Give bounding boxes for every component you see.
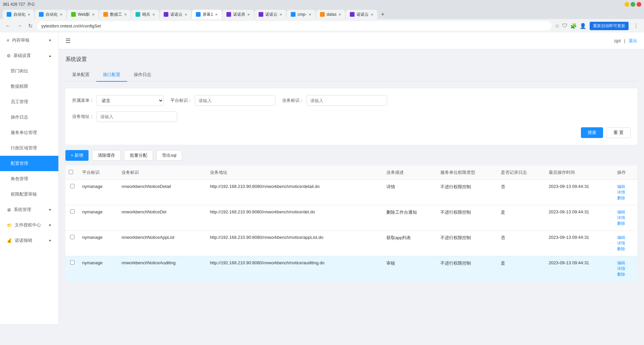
action-编辑[interactable]: 编辑: [617, 235, 625, 240]
table-row: nymanagennworkbenchNoticeAppListhttp://1…: [65, 231, 637, 256]
page-tab[interactable]: 菜单配置: [65, 68, 96, 82]
browser-tab[interactable]: Web影✕: [67, 10, 99, 19]
clear-cache-button[interactable]: 清除缓存: [92, 150, 121, 161]
sidebar-sub-item[interactable]: 角色管理: [0, 171, 58, 187]
sidebar-item[interactable]: 💰 诺诺报销 ▼: [0, 233, 58, 248]
puzzle-icon[interactable]: 🧩: [570, 23, 577, 29]
action-删除[interactable]: 删除: [617, 221, 625, 226]
tab-close-icon[interactable]: ✕: [279, 13, 282, 16]
business-input[interactable]: [307, 95, 387, 106]
new-tab-button[interactable]: +: [378, 10, 387, 19]
sidebar-sub-item[interactable]: 部门岗位: [0, 63, 58, 79]
tab-close-icon[interactable]: ✕: [92, 13, 95, 16]
account-icon[interactable]: 👤: [580, 23, 586, 29]
sidebar-item-left: ≡ 内容审核: [7, 37, 30, 43]
sidebar-item[interactable]: ⚙ 基础设置 ▲: [0, 48, 58, 63]
sidebar-sub-item[interactable]: 服务单位管理: [0, 125, 58, 140]
row-checkbox[interactable]: [70, 209, 74, 214]
action-详情[interactable]: 详情: [617, 266, 625, 271]
chevron-icon: ▲: [48, 54, 52, 58]
browser-tab[interactable]: 诺诺云✕: [346, 10, 377, 19]
star-icon[interactable]: ☆: [555, 23, 559, 29]
batch-assign-button[interactable]: 批量分配: [124, 150, 153, 161]
sidebar-icon: 💰: [7, 238, 12, 243]
tab-close-icon[interactable]: ✕: [215, 13, 218, 16]
sidebar-item[interactable]: 🖥 系统管理 ▼: [0, 202, 58, 217]
action-详情[interactable]: 详情: [617, 190, 625, 195]
tab-close-icon[interactable]: ✕: [371, 13, 373, 16]
reload-button[interactable]: ↻: [27, 21, 34, 30]
row-checkbox[interactable]: [70, 260, 74, 265]
sidebar-item-label: 系统管理: [14, 207, 31, 213]
platform-input[interactable]: [195, 95, 275, 106]
minimize-button[interactable]: [625, 2, 629, 7]
menu-toggle-icon[interactable]: ☰: [65, 37, 71, 45]
tab-close-icon[interactable]: ✕: [309, 13, 311, 16]
reset-button[interactable]: 重 置: [606, 127, 631, 138]
add-button[interactable]: + 新增: [65, 150, 89, 161]
sidebar-sub-item[interactable]: 员工管理: [0, 94, 58, 110]
address-input[interactable]: [97, 111, 177, 122]
page-tab[interactable]: 接口配置: [96, 68, 127, 82]
table-row: nymanagennworkbenchNoticeDetailhttp://19…: [65, 180, 637, 205]
row-checkbox[interactable]: [70, 184, 74, 188]
tab-close-icon[interactable]: ✕: [60, 13, 62, 16]
tab-close-icon[interactable]: ✕: [247, 13, 250, 16]
action-编辑[interactable]: 编辑: [617, 261, 625, 265]
action-编辑[interactable]: 编辑: [617, 184, 625, 189]
maximize-button[interactable]: [631, 2, 635, 7]
close-button[interactable]: [637, 2, 641, 7]
reload-update-button[interactable]: 重新启动即可更新: [590, 22, 629, 30]
browser-tab[interactable]: 数据工✕: [99, 10, 131, 19]
browser-tab[interactable]: 诺诺房✕: [222, 10, 254, 19]
browser-tab[interactable]: 自动化✕: [35, 10, 66, 19]
search-button[interactable]: 搜索: [581, 127, 603, 138]
tab-label: 诺诺云: [265, 12, 277, 17]
sidebar-sub-item[interactable]: 数据权限: [0, 79, 58, 94]
browser-tab[interactable]: 屏幕1✕: [192, 10, 222, 19]
tab-close-icon[interactable]: ✕: [152, 13, 155, 16]
export-sql-button[interactable]: 导出sql: [156, 150, 182, 161]
browser-tab[interactable]: 哨兵✕: [131, 10, 159, 19]
table-row: nymanagennworkbenchNoticeAuditinghttp://…: [65, 256, 637, 282]
browser-tab[interactable]: 自动化✕: [3, 10, 34, 19]
action-删除[interactable]: 删除: [617, 196, 625, 200]
action-详情[interactable]: 详情: [617, 241, 625, 246]
sidebar-sub-item[interactable]: 操作日志: [0, 110, 58, 125]
sidebar-item-label: 行政区域管理: [11, 145, 37, 151]
tab-close-icon[interactable]: ✕: [124, 13, 127, 16]
row-checkbox[interactable]: [70, 235, 74, 239]
address-input[interactable]: [37, 21, 551, 30]
address-cell: http://192.168.210.90:8080/nnworkbench/n…: [207, 256, 383, 282]
sidebar-item[interactable]: ≡ 内容审核 ▼: [0, 32, 58, 48]
time-cell: 2023-09-13 09:44:31: [545, 205, 614, 231]
sidebar-sub-item[interactable]: 权限配置审核: [0, 187, 58, 202]
menu-button[interactable]: ⋮: [632, 21, 640, 30]
tab-close-icon[interactable]: ✕: [184, 13, 187, 16]
browser-tab[interactable]: 诺诺云✕: [160, 10, 191, 19]
sidebar-sub-item[interactable]: 行政区域管理: [0, 140, 58, 156]
forward-button[interactable]: →: [15, 21, 23, 30]
tab-close-icon[interactable]: ✕: [338, 13, 341, 16]
action-编辑[interactable]: 编辑: [617, 210, 625, 214]
action-cell: 编辑详情删除: [614, 231, 637, 256]
desc-cell: 详情: [383, 180, 437, 205]
tab-close-icon[interactable]: ✕: [28, 13, 30, 16]
action-删除[interactable]: 删除: [617, 247, 625, 251]
action-详情[interactable]: 详情: [617, 215, 625, 220]
sidebar-item-label: 内容审核: [12, 37, 30, 43]
platform-cell: nymanage: [79, 231, 118, 256]
logout-link[interactable]: 退出: [629, 38, 637, 44]
sidebar-icon: ≡: [7, 38, 9, 43]
browser-tab[interactable]: cmp-✕: [287, 10, 315, 19]
back-button[interactable]: ←: [4, 21, 12, 30]
sidebar-item[interactable]: 📁 文件授权中心 ▼: [0, 217, 58, 233]
menu-select[interactable]: 诺言: [97, 95, 164, 106]
browser-tab[interactable]: 诺诺云✕: [255, 10, 286, 19]
page-tab[interactable]: 操作日志: [127, 68, 158, 82]
sidebar-sub-item[interactable]: 配置管理: [0, 156, 58, 171]
shield-icon[interactable]: 🛡: [562, 23, 568, 29]
browser-tab[interactable]: datas✕: [316, 10, 345, 19]
action-删除[interactable]: 删除: [617, 272, 625, 277]
select-all-checkbox[interactable]: [69, 170, 73, 174]
